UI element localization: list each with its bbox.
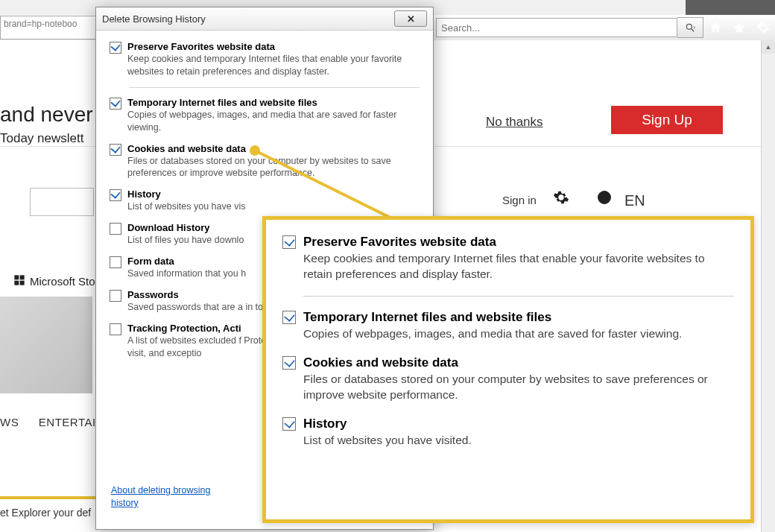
- checkbox[interactable]: [110, 98, 121, 110]
- option-row: HistoryList of websites you have vis: [110, 189, 420, 213]
- option-title: Download History: [127, 222, 210, 233]
- close-button[interactable]: ✕: [394, 10, 427, 27]
- option-row: Preserve Favorites website dataKeep cook…: [110, 41, 420, 78]
- option-description: Files or databases stored on your comput…: [127, 155, 420, 180]
- option-row: HistoryList of websites you have visited…: [282, 417, 734, 449]
- option-title: Temporary Internet files and website fil…: [127, 97, 317, 108]
- checkbox[interactable]: [110, 290, 121, 302]
- zoom-callout: Preserve Favorites website dataKeep cook…: [262, 216, 754, 523]
- language-label[interactable]: EN: [624, 192, 645, 209]
- nav-tab[interactable]: ENTERTAI: [39, 416, 96, 428]
- scrollbar[interactable]: ▲: [761, 40, 775, 532]
- checkbox[interactable]: [110, 42, 121, 54]
- svg-line-1: [692, 29, 695, 32]
- dialog-titlebar: Delete Browsing History ✕: [96, 7, 433, 31]
- checkbox[interactable]: [282, 356, 296, 370]
- option-description: Keep cookies and temporary Internet file…: [127, 53, 420, 78]
- checkbox[interactable]: [110, 323, 121, 335]
- promo-subhead: Today newslett: [0, 131, 83, 146]
- sign-up-button[interactable]: Sign Up: [611, 106, 723, 134]
- option-description: Copies of webpages, images, and media th…: [127, 109, 420, 134]
- option-title: Passwords: [127, 289, 179, 300]
- page-search-input[interactable]: [30, 188, 94, 216]
- checkbox[interactable]: [110, 189, 121, 201]
- option-title: History: [303, 417, 347, 431]
- option-row: Temporary Internet files and website fil…: [282, 310, 734, 342]
- favorites-star-icon[interactable]: [730, 19, 748, 37]
- option-row: Cookies and website dataFiles or databas…: [282, 355, 734, 403]
- option-description: Files or databases stored on your comput…: [303, 372, 734, 403]
- close-icon: ✕: [407, 13, 415, 25]
- checkbox[interactable]: [110, 223, 121, 235]
- option-description: Keep cookies and temporary Internet file…: [303, 251, 734, 282]
- option-description: List of files you have downlo: [127, 234, 244, 247]
- checkbox[interactable]: [282, 417, 296, 431]
- svg-rect-8: [20, 281, 25, 285]
- option-title: Cookies and website data: [303, 355, 458, 370]
- option-row: Preserve Favorites website dataKeep cook…: [282, 235, 734, 282]
- about-deleting-history-link[interactable]: About deleting browsing history: [111, 484, 223, 510]
- divider: [303, 296, 734, 297]
- option-title: Preserve Favorites website data: [127, 41, 275, 52]
- option-description: List of websites you have vis: [127, 200, 245, 213]
- option-description: Saved information that you h: [127, 267, 246, 280]
- microsoft-store-link[interactable]: Microsoft Store: [13, 274, 105, 288]
- tools-gear-icon[interactable]: [754, 19, 772, 37]
- option-title: Tracking Protection, Acti: [127, 323, 241, 334]
- svg-rect-6: [20, 275, 25, 279]
- search-input[interactable]: [436, 18, 677, 37]
- svg-point-0: [686, 24, 692, 29]
- option-description: Copies of webpages, images, and media th…: [303, 326, 682, 342]
- nav-tab[interactable]: WS: [0, 416, 19, 428]
- no-thanks-link[interactable]: No thanks: [486, 115, 543, 130]
- search-button[interactable]: [677, 17, 703, 38]
- checkbox[interactable]: [110, 144, 121, 156]
- promo-headline: and never: [0, 103, 93, 127]
- default-browser-prompt: et Explorer your def: [0, 507, 91, 519]
- ms-logo-icon: [13, 274, 25, 288]
- checkbox[interactable]: [110, 256, 121, 268]
- option-description: List of websites you have visited.: [303, 433, 472, 449]
- scroll-up-icon[interactable]: ▲: [762, 40, 775, 54]
- language-globe-icon[interactable]: [596, 189, 613, 206]
- option-row: Temporary Internet files and website fil…: [110, 97, 420, 134]
- option-title: Cookies and website data: [127, 143, 246, 154]
- option-title: History: [127, 189, 161, 200]
- address-bar[interactable]: brand=hp-noteboo: [0, 16, 103, 39]
- settings-gear-icon[interactable]: [553, 189, 569, 206]
- option-title: Form data: [127, 256, 174, 267]
- ms-store-label: Microsoft Store: [30, 275, 105, 288]
- svg-rect-5: [14, 275, 19, 279]
- dialog-title: Delete Browsing History: [102, 13, 206, 25]
- article-thumbnail: [0, 297, 92, 393]
- checkbox[interactable]: [282, 311, 296, 324]
- sign-in-link[interactable]: Sign in: [502, 194, 537, 206]
- option-title: Preserve Favorites website data: [303, 235, 496, 249]
- checkbox[interactable]: [282, 235, 296, 249]
- option-row: Cookies and website dataFiles or databas…: [110, 143, 420, 180]
- home-icon[interactable]: [706, 19, 724, 37]
- divider: [129, 87, 420, 88]
- option-title: Temporary Internet files and website fil…: [303, 310, 551, 324]
- svg-rect-7: [14, 281, 19, 285]
